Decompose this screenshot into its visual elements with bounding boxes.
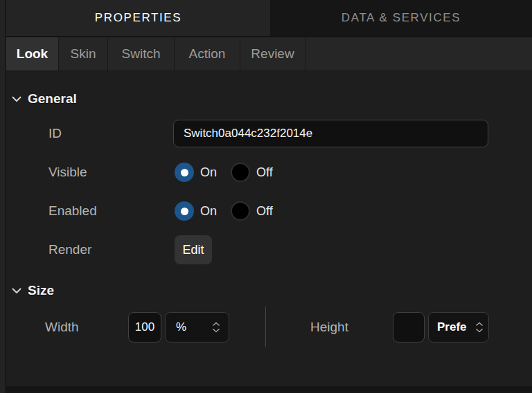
enabled-label: Enabled [48, 203, 97, 219]
render-field-row: Render Edit [6, 232, 532, 267]
height-label: Height [310, 320, 348, 335]
subtab-filler [305, 37, 532, 71]
chevron-down-icon [12, 288, 21, 294]
id-field-row: ID [6, 120, 532, 147]
height-unit-stepper[interactable]: Prefe [428, 312, 489, 342]
chevron-down-icon [12, 96, 21, 102]
enabled-radio-group: On Off [175, 201, 273, 221]
general-section-title: General [28, 91, 77, 107]
subtab-look[interactable]: Look [6, 37, 59, 71]
chevron-up-icon [475, 322, 484, 327]
enabled-field-row: Enabled On Off [6, 201, 532, 221]
height-unit-chevrons[interactable] [475, 322, 484, 333]
height-value-input[interactable] [393, 312, 425, 342]
chevron-up-icon [212, 322, 220, 327]
panel-bottom-edge [6, 386, 532, 393]
width-unit-chevrons[interactable] [212, 322, 220, 333]
visible-on-radio[interactable] [175, 163, 194, 182]
tab-properties[interactable]: PROPERTIES [6, 0, 270, 36]
visible-on-label[interactable]: On [200, 165, 217, 180]
width-unit-stepper[interactable]: % [165, 312, 229, 342]
size-fields-row: Width % Height Prefe [6, 312, 532, 342]
chevron-down-icon [475, 328, 484, 333]
subtab-switch[interactable]: Switch [108, 37, 175, 71]
top-tab-bar: PROPERTIES DATA & SERVICES [6, 0, 532, 37]
enabled-off-radio[interactable] [231, 201, 250, 221]
height-unit-value: Prefe [437, 320, 467, 334]
enabled-on-label[interactable]: On [200, 204, 217, 219]
width-label: Width [45, 320, 79, 335]
look-tab-content: General ID Visible On Off Enabled On [6, 72, 532, 386]
subtab-action[interactable]: Action [175, 37, 240, 71]
properties-panel: PROPERTIES DATA & SERVICES Look Skin Swi… [0, 0, 532, 393]
tab-data-services[interactable]: DATA & SERVICES [270, 0, 532, 36]
id-label: ID [48, 126, 62, 141]
subtab-bar: Look Skin Switch Action Review [6, 37, 532, 71]
subtab-skin[interactable]: Skin [59, 37, 108, 71]
visible-field-row: Visible On Off [6, 163, 532, 182]
visible-label: Visible [48, 165, 87, 180]
id-input[interactable] [173, 120, 488, 147]
enabled-off-label[interactable]: Off [256, 204, 273, 219]
width-unit-value: % [176, 320, 186, 334]
general-section-header[interactable]: General [12, 91, 77, 107]
subtab-review[interactable]: Review [240, 37, 305, 71]
visible-off-label[interactable]: Off [256, 165, 273, 180]
panel-left-edge [0, 0, 6, 393]
size-section-header[interactable]: Size [12, 282, 54, 299]
visible-off-radio[interactable] [231, 163, 250, 182]
chevron-down-icon [212, 328, 220, 333]
size-column-divider [265, 307, 266, 347]
width-value-input[interactable] [128, 312, 161, 342]
render-label: Render [48, 242, 91, 257]
size-section-title: Size [28, 283, 54, 298]
visible-radio-group: On Off [175, 163, 273, 182]
enabled-on-radio[interactable] [175, 201, 194, 221]
render-edit-button[interactable]: Edit [175, 235, 212, 264]
